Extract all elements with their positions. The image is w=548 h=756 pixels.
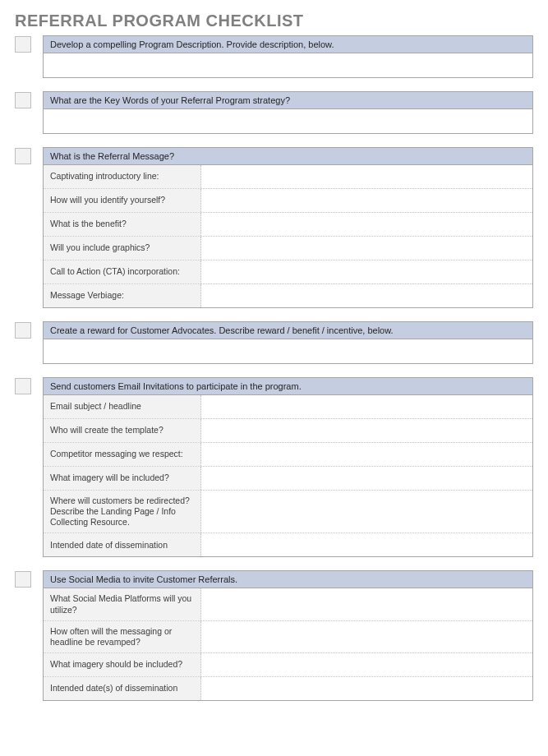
detail-label: What is the benefit?	[44, 213, 201, 236]
detail-input[interactable]	[201, 165, 532, 188]
section-header: Create a reward for Customer Advocates. …	[43, 321, 533, 339]
checklist-section: Create a reward for Customer Advocates. …	[15, 321, 533, 364]
detail-label: Email subject / headline	[44, 395, 201, 418]
detail-table: What Social Media Platforms will you uti…	[43, 588, 533, 701]
section-header: What are the Key Words of your Referral …	[43, 91, 533, 109]
detail-label: What imagery should be included?	[44, 653, 201, 676]
detail-input[interactable]	[201, 260, 532, 284]
section-header: Send customers Email Invitations to part…	[43, 377, 533, 395]
detail-row: Intended date of dissemination	[44, 532, 532, 556]
detail-row: Call to Action (CTA) incorporation:	[44, 260, 532, 284]
detail-input[interactable]	[201, 419, 532, 442]
checklist-section: Send customers Email Invitations to part…	[15, 377, 533, 557]
detail-label: Intended date of dissemination	[44, 533, 201, 556]
checklist-section: What are the Key Words of your Referral …	[15, 91, 533, 134]
detail-row: Captivating introductory line:	[44, 165, 532, 188]
checklist-checkbox[interactable]	[15, 36, 31, 53]
section-input-area[interactable]	[43, 339, 533, 364]
detail-row: What imagery will be included?	[44, 466, 532, 490]
detail-label: Message Verbiage:	[44, 284, 201, 307]
checklist-section: Develop a compelling Program Description…	[15, 35, 533, 78]
section-input-area[interactable]	[43, 53, 533, 78]
section-header: Use Social Media to invite Customer Refe…	[43, 570, 533, 588]
detail-label: Competitor messaging we respect:	[44, 443, 201, 466]
detail-row: What Social Media Platforms will you uti…	[44, 588, 532, 620]
detail-row: How often will the messaging or headline…	[44, 620, 532, 652]
checklist-checkbox[interactable]	[15, 92, 31, 108]
section-header: Develop a compelling Program Description…	[43, 35, 533, 53]
detail-input[interactable]	[201, 213, 532, 236]
checklist-checkbox[interactable]	[15, 322, 31, 339]
detail-input[interactable]	[201, 588, 532, 620]
detail-row: Intended date(s) of dissemination	[44, 676, 532, 700]
detail-input[interactable]	[201, 533, 532, 556]
detail-input[interactable]	[201, 237, 532, 260]
detail-row: What imagery should be included?	[44, 652, 532, 676]
detail-input[interactable]	[201, 621, 532, 652]
checklist-section: What is the Referral Message?Captivating…	[15, 147, 533, 308]
detail-input[interactable]	[201, 443, 532, 466]
detail-row: Who will create the template?	[44, 418, 532, 442]
detail-row: Message Verbiage:	[44, 284, 532, 307]
detail-table: Email subject / headlineWho will create …	[43, 395, 533, 557]
detail-label: Will you include graphics?	[44, 237, 201, 260]
detail-input[interactable]	[201, 653, 532, 676]
detail-label: Intended date(s) of dissemination	[44, 677, 201, 700]
page-title: REFERRAL PROGRAM CHECKLIST	[15, 12, 533, 30]
detail-row: Will you include graphics?	[44, 236, 532, 260]
detail-label: Where will customers be redirected? Desc…	[44, 491, 201, 532]
detail-row: How will you identify yourself?	[44, 188, 532, 212]
checklist-section: Use Social Media to invite Customer Refe…	[15, 570, 533, 701]
detail-label: How often will the messaging or headline…	[44, 621, 201, 652]
detail-row: What is the benefit?	[44, 212, 532, 236]
detail-row: Competitor messaging we respect:	[44, 442, 532, 466]
detail-label: What imagery will be included?	[44, 467, 201, 490]
checklist-checkbox[interactable]	[15, 571, 31, 588]
detail-row: Email subject / headline	[44, 395, 532, 418]
detail-label: Who will create the template?	[44, 419, 201, 442]
detail-input[interactable]	[201, 467, 532, 490]
detail-row: Where will customers be redirected? Desc…	[44, 490, 532, 532]
detail-input[interactable]	[201, 284, 532, 307]
detail-input[interactable]	[201, 395, 532, 418]
section-header: What is the Referral Message?	[43, 147, 533, 165]
detail-label: What Social Media Platforms will you uti…	[44, 588, 201, 620]
checklist-checkbox[interactable]	[15, 378, 31, 394]
detail-input[interactable]	[201, 189, 532, 212]
detail-label: How will you identify yourself?	[44, 189, 201, 212]
detail-input[interactable]	[201, 491, 532, 532]
section-input-area[interactable]	[43, 109, 533, 134]
detail-input[interactable]	[201, 677, 532, 700]
checklist-checkbox[interactable]	[15, 148, 31, 164]
detail-table: Captivating introductory line:How will y…	[43, 165, 533, 308]
detail-label: Captivating introductory line:	[44, 165, 201, 188]
detail-label: Call to Action (CTA) incorporation:	[44, 260, 201, 284]
